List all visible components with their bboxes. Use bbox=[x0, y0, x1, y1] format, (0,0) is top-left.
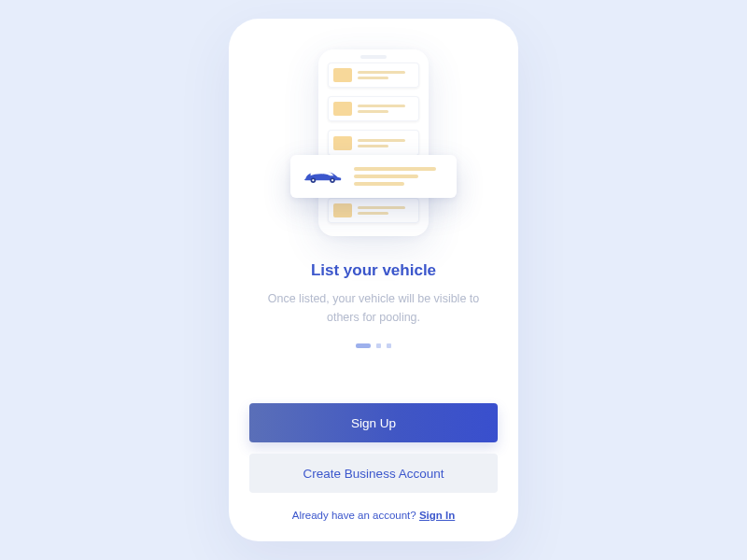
onboarding-illustration bbox=[271, 45, 476, 241]
page-indicator bbox=[356, 343, 391, 348]
onboarding-card: List your vehicle Once listed, your vehi… bbox=[229, 19, 518, 541]
vehicle-card-lines bbox=[354, 167, 445, 186]
mini-phone-graphic bbox=[318, 49, 429, 236]
sign-up-label: Sign Up bbox=[351, 416, 396, 430]
car-icon bbox=[302, 167, 343, 186]
sign-in-prompt: Already have an account? bbox=[292, 510, 419, 521]
page-dot bbox=[387, 343, 391, 348]
onboarding-title: List your vehicle bbox=[311, 261, 436, 280]
highlighted-vehicle-card bbox=[290, 155, 457, 198]
onboarding-subtitle: Once listed, your vehicle will be visibl… bbox=[266, 289, 481, 327]
page-dot-active bbox=[356, 343, 371, 348]
sign-up-button[interactable]: Sign Up bbox=[249, 403, 498, 442]
svg-point-1 bbox=[312, 179, 314, 181]
list-item bbox=[328, 198, 419, 223]
list-item bbox=[328, 63, 419, 88]
page-dot bbox=[376, 343, 381, 348]
sign-in-link[interactable]: Sign In bbox=[419, 510, 455, 521]
business-account-label: Create Business Account bbox=[303, 467, 444, 481]
sign-in-row: Already have an account? Sign In bbox=[292, 510, 456, 521]
list-item bbox=[328, 130, 419, 155]
create-business-account-button[interactable]: Create Business Account bbox=[249, 454, 498, 493]
list-item bbox=[328, 96, 419, 121]
svg-point-3 bbox=[331, 179, 333, 181]
